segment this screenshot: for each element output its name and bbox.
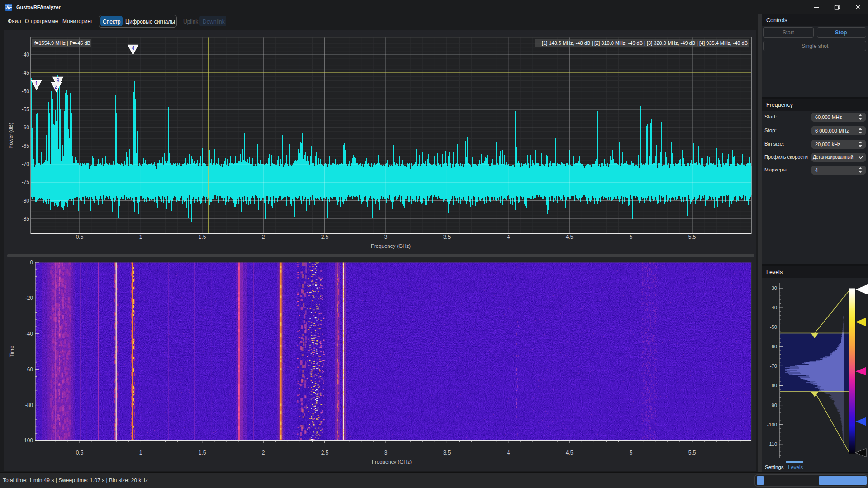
svg-text:-50: -50 <box>22 88 30 95</box>
svg-text:-70: -70 <box>770 363 777 369</box>
svg-text:-30: -30 <box>770 285 777 291</box>
svg-text:2: 2 <box>262 450 265 456</box>
svg-text:-45: -45 <box>22 70 30 76</box>
svg-text:4.5: 4.5 <box>566 450 574 456</box>
svg-text:3.5: 3.5 <box>443 234 451 240</box>
svg-text:1: 1 <box>139 450 142 456</box>
svg-text:5.5: 5.5 <box>688 450 696 456</box>
svg-text:0.5: 0.5 <box>76 234 84 240</box>
svg-text:Frequency (GHz): Frequency (GHz) <box>372 459 412 464</box>
svg-text:-90: -90 <box>770 403 777 408</box>
svg-text:-65: -65 <box>22 143 30 149</box>
svg-text:[1] 148.5 MHz, -48 dB | [2] 31: [1] 148.5 MHz, -48 dB | [2] 310.0 MHz, -… <box>542 40 748 46</box>
svg-text:1: 1 <box>139 234 142 240</box>
svg-text:-110: -110 <box>768 441 777 447</box>
svg-text:-50: -50 <box>770 324 777 330</box>
svg-text:-80: -80 <box>25 402 33 408</box>
svg-text:-100: -100 <box>767 422 777 427</box>
svg-text:-100: -100 <box>22 437 33 444</box>
svg-text:1: 1 <box>35 81 38 87</box>
svg-text:-40: -40 <box>25 331 33 337</box>
svg-text:-55: -55 <box>22 106 30 113</box>
svg-text:1.5: 1.5 <box>199 450 206 456</box>
svg-text:Time: Time <box>9 346 14 357</box>
svg-text:-75: -75 <box>22 179 30 185</box>
svg-text:2: 2 <box>54 84 57 90</box>
svg-text:-60: -60 <box>22 124 30 131</box>
svg-text:-80: -80 <box>22 198 30 204</box>
svg-text:3: 3 <box>384 234 388 240</box>
svg-text:-60: -60 <box>25 366 33 373</box>
svg-text:-60: -60 <box>770 344 777 349</box>
svg-text:-40: -40 <box>22 52 30 58</box>
svg-text:-40: -40 <box>770 305 777 310</box>
svg-text:5.5: 5.5 <box>688 234 696 240</box>
svg-text:Power (dB): Power (dB) <box>8 123 14 149</box>
svg-text:2: 2 <box>262 234 265 240</box>
svg-text:5: 5 <box>630 450 633 456</box>
svg-text:2.5: 2.5 <box>321 450 329 456</box>
svg-text:-20: -20 <box>25 295 33 301</box>
svg-text:-80: -80 <box>770 383 777 388</box>
svg-text:4.5: 4.5 <box>566 234 574 240</box>
svg-text:f=1554.9 MHz | P=-45 dB: f=1554.9 MHz | P=-45 dB <box>34 40 90 46</box>
svg-text:0: 0 <box>30 259 33 265</box>
svg-text:2.5: 2.5 <box>321 234 329 240</box>
svg-text:3: 3 <box>384 450 388 456</box>
svg-text:4: 4 <box>507 234 510 240</box>
svg-text:3: 3 <box>57 77 60 84</box>
svg-text:1.5: 1.5 <box>199 234 206 240</box>
svg-text:3.5: 3.5 <box>443 450 451 456</box>
svg-text:-70: -70 <box>22 161 30 167</box>
svg-text:4: 4 <box>507 450 510 456</box>
svg-text:Frequency (GHz): Frequency (GHz) <box>371 243 411 249</box>
svg-text:-85: -85 <box>22 216 30 222</box>
svg-text:4: 4 <box>132 45 135 52</box>
svg-text:5: 5 <box>630 234 633 240</box>
svg-text:0.5: 0.5 <box>76 450 84 456</box>
